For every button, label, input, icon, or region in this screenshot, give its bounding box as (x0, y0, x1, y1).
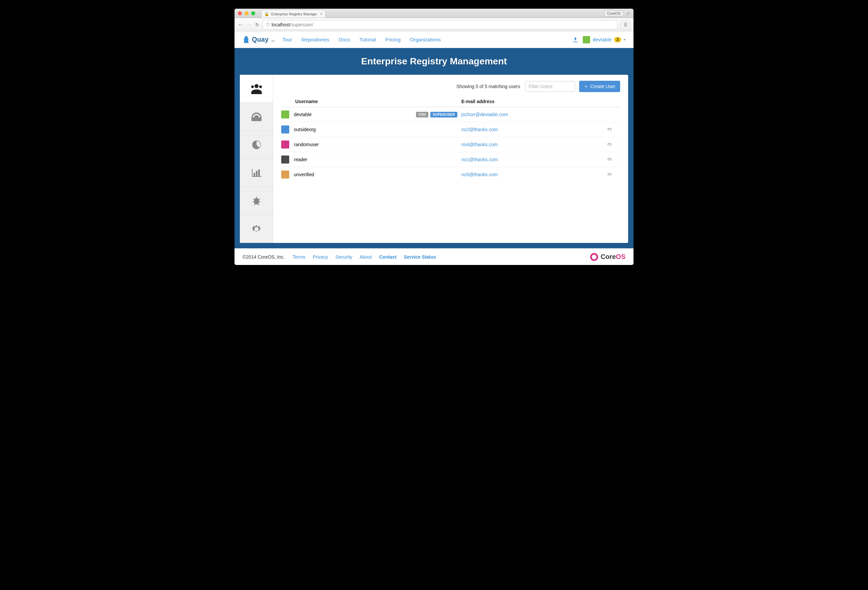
svg-point-4 (255, 117, 258, 120)
username-cell: randomuser (294, 142, 319, 147)
browser-window: 🔒 Enterprise Registry Manage × CoreOS ⤢ … (235, 9, 633, 265)
nav-link-pricing[interactable]: Pricing (385, 37, 401, 42)
coreos-extension-button[interactable]: CoreOS (604, 10, 623, 16)
email-link[interactable]: no1@thanks.com (461, 157, 498, 162)
user-avatar-icon (281, 140, 289, 148)
sidebar-item-usage[interactable] (240, 131, 273, 159)
header-username: Username (281, 99, 461, 104)
logo-suffix: .io (270, 39, 275, 43)
sidebar-item-settings[interactable] (240, 215, 273, 243)
email-link[interactable]: no4@thanks.com (461, 142, 498, 147)
svg-point-2 (251, 86, 254, 88)
upload-icon[interactable] (572, 36, 579, 43)
create-user-label: Create User (590, 84, 616, 89)
coreos-mark-icon (590, 253, 598, 261)
fullscreen-icon[interactable]: ⤢ (626, 11, 630, 16)
table-row: randomuserno4@thanks.com (281, 137, 620, 152)
tab-strip: 🔒 Enterprise Registry Manage × (261, 10, 326, 18)
email-link[interactable]: no5@thanks.com (461, 172, 498, 177)
footer-link-privacy[interactable]: Privacy (313, 254, 328, 260)
table-row: unverifiedno5@thanks.com (281, 167, 620, 182)
caret-down-icon: ▾ (624, 38, 626, 41)
tab-title: Enterprise Registry Manage (271, 12, 317, 16)
table-row: readerno1@thanks.com (281, 152, 620, 167)
footer-link-about[interactable]: About (360, 254, 372, 260)
nav-link-tour[interactable]: Tour (283, 37, 292, 42)
address-bar[interactable]: 🗋 localhost/superuser/ (263, 20, 617, 30)
sidebar-item-debug[interactable] (240, 187, 273, 215)
table-row: outsideorgno2@thanks.com (281, 122, 620, 137)
copyright: ©2014 CoreOS, Inc. (242, 254, 285, 260)
svg-rect-6 (252, 176, 261, 177)
coreos-logo-text2: OS (616, 253, 626, 260)
nav-link-docs[interactable]: Docs (339, 37, 350, 42)
users-content: Showing 5 of 5 matching users ＋ Create U… (273, 75, 628, 243)
browser-menu-button[interactable]: ☰ (621, 20, 630, 30)
quay-logo[interactable]: Quay.io (242, 36, 275, 43)
footer: ©2014 CoreOS, Inc. TermsPrivacySecurityA… (235, 248, 633, 265)
coreos-logo[interactable]: CoreOS (590, 253, 626, 261)
minimize-window-button[interactable] (245, 11, 248, 15)
page-title: Enterprise Registry Management (235, 56, 633, 67)
nav-link-repositories[interactable]: Repositories (301, 37, 329, 42)
table-header: Username E-mail address (281, 96, 620, 107)
email-link[interactable]: jschorr@devtable.com (461, 112, 508, 117)
svg-point-10 (254, 198, 259, 204)
nav-links: TourRepositoriesDocsTutorialPricingOrgan… (283, 37, 441, 42)
back-button[interactable]: ← (238, 22, 243, 28)
nav-link-tutorial[interactable]: Tutorial (359, 37, 376, 42)
svg-rect-5 (252, 169, 252, 177)
footer-links: TermsPrivacySecurityAboutContactService … (292, 254, 436, 260)
controls-bar: Showing 5 of 5 matching users ＋ Create U… (281, 81, 620, 92)
zoom-window-button[interactable] (251, 11, 255, 15)
user-menu[interactable]: devtable 2 ▾ (583, 36, 626, 43)
forward-button[interactable]: → (247, 22, 252, 28)
sidebar-item-dashboard[interactable] (240, 103, 273, 131)
svg-rect-8 (256, 171, 258, 176)
footer-link-contact[interactable]: Contact (379, 254, 396, 260)
sidebar (240, 75, 273, 243)
row-settings-button[interactable] (607, 157, 620, 162)
reload-button[interactable]: ↻ (255, 22, 259, 27)
notification-badge: 2 (614, 37, 621, 42)
footer-link-terms[interactable]: Terms (292, 254, 305, 260)
table-body: devtableYOUSUPERUSERjschorr@devtable.com… (281, 107, 620, 182)
traffic-lights (238, 11, 255, 15)
svg-point-1 (254, 84, 258, 88)
footer-link-service-status[interactable]: Service Status (404, 254, 436, 260)
sidebar-item-users[interactable] (240, 75, 273, 103)
quay-logo-icon (242, 36, 250, 43)
app-topnav: Quay.io TourRepositoriesDocsTutorialPric… (235, 31, 633, 48)
create-user-button[interactable]: ＋ Create User (579, 81, 620, 92)
content-wrap: Showing 5 of 5 matching users ＋ Create U… (235, 75, 633, 248)
row-settings-button[interactable] (607, 142, 620, 147)
username-cell: devtable (294, 112, 311, 117)
sidebar-item-logs[interactable] (240, 159, 273, 187)
url-host: localhost (272, 22, 290, 27)
close-window-button[interactable] (238, 11, 242, 15)
lock-icon: 🔒 (264, 12, 269, 16)
table-row: devtableYOUSUPERUSERjschorr@devtable.com (281, 107, 620, 122)
email-link[interactable]: no2@thanks.com (461, 127, 498, 132)
browser-tab[interactable]: 🔒 Enterprise Registry Manage × (261, 10, 326, 18)
coreos-logo-text1: Core (601, 253, 616, 260)
username-cell: reader (294, 157, 307, 162)
page-hero: Enterprise Registry Management (235, 48, 633, 75)
row-settings-button[interactable] (607, 172, 620, 177)
row-settings-button[interactable] (607, 127, 620, 132)
nav-link-organizations[interactable]: Organizations (410, 37, 441, 42)
main-panel: Showing 5 of 5 matching users ＋ Create U… (240, 75, 628, 243)
plus-icon: ＋ (584, 83, 589, 89)
user-avatar-icon (281, 170, 289, 179)
footer-link-security[interactable]: Security (335, 254, 352, 260)
url-path: /superuser/ (290, 22, 313, 27)
titlebar: 🔒 Enterprise Registry Manage × CoreOS ⤢ (235, 9, 633, 18)
header-email: E-mail address (461, 99, 607, 104)
page-icon: 🗋 (266, 22, 270, 27)
close-tab-icon[interactable]: × (320, 11, 323, 16)
user-avatar-icon (281, 126, 289, 133)
svg-point-3 (259, 86, 262, 88)
filter-users-input[interactable] (525, 81, 575, 92)
svg-rect-0 (245, 38, 248, 43)
svg-rect-7 (254, 173, 255, 176)
